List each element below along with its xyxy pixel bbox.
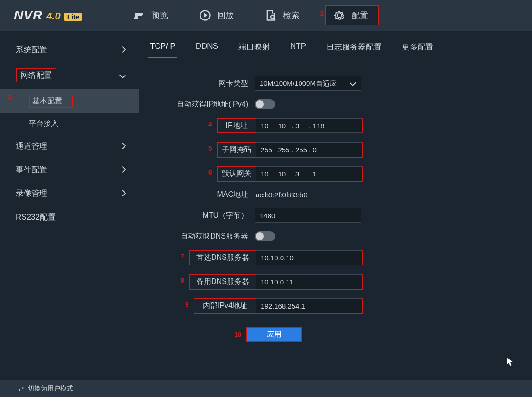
nav-search-label: 检索 (283, 10, 300, 21)
dns1-label: 首选DNS服务器 (190, 253, 256, 263)
tabs: TCP/IP DDNS 端口映射 NTP 日志服务器配置 更多配置 (148, 37, 518, 58)
nav-config[interactable]: 配置 1 (325, 5, 379, 25)
sidebar-item-event[interactable]: 事件配置 (0, 158, 139, 182)
sidebar-label-basic: 基本配置 (29, 95, 73, 108)
logo-brand: NVR (14, 8, 43, 23)
chevron-right-icon (120, 47, 126, 53)
row-mtu: MTU（字节） (148, 208, 518, 223)
tab-tcpip[interactable]: TCP/IP (148, 37, 177, 58)
playback-icon (199, 9, 212, 22)
footer: ⇄ 切换为用户模式 (0, 380, 532, 397)
row-mac: MAC地址 ac:b9:2f:0f:83:b0 (148, 190, 518, 200)
annotation-4: 4 (208, 120, 212, 128)
annotation-10: 10 (234, 331, 242, 338)
main-panel: TCP/IP DDNS 端口映射 NTP 日志服务器配置 更多配置 网卡类型 1… (139, 31, 532, 380)
row-dhcp: 自动获得IP地址(IPv4) (148, 99, 518, 109)
sidebar-sub-platform[interactable]: 平台接入 (0, 113, 139, 134)
dhcp-label: 自动获得IP地址(IPv4) (148, 100, 255, 109)
logo: NVR 4.0 Lite (14, 8, 82, 23)
sidebar-item-network[interactable]: 网络配置 2 (0, 62, 139, 89)
switch-mode-link[interactable]: 切换为用户模式 (28, 384, 73, 393)
sidebar-label-network: 网络配置 (16, 68, 56, 82)
gateway-label: 默认网关 (218, 169, 256, 179)
logo-edition: Lite (64, 13, 82, 21)
row-mask: 5 子网掩码 (148, 142, 518, 158)
nic-type-value: 10M/100M/1000M自适应 (260, 79, 337, 88)
row-apply: 10 应用 (234, 327, 518, 342)
row-nic-type: 网卡类型 10M/100M/1000M自适应 (148, 76, 518, 91)
ip-label: IP地址 (218, 121, 256, 131)
form: 网卡类型 10M/100M/1000M自适应 自动获得IP地址(IPv4) 4 … (148, 76, 518, 342)
apply-button[interactable]: 应用 (246, 327, 302, 342)
row-ip: 4 IP地址 (148, 118, 518, 133)
dns2-input[interactable] (256, 274, 362, 289)
chevron-right-icon (120, 144, 126, 149)
ip-input[interactable] (256, 118, 362, 133)
topbar: NVR 4.0 Lite 预览 回放 检索 配置 1 (0, 0, 532, 31)
nav-preview[interactable]: 预览 (128, 5, 173, 25)
mac-value: ac:b9:2f:0f:83:b0 (255, 191, 307, 199)
chevron-down-icon (120, 73, 126, 78)
sidebar-item-record[interactable]: 录像管理 (0, 182, 139, 205)
tab-more[interactable]: 更多配置 (400, 37, 435, 58)
sidebar-item-rs232[interactable]: RS232配置 (0, 205, 139, 229)
chevron-right-icon (120, 191, 126, 196)
annotation-9: 9 (185, 301, 189, 308)
annotation-7: 7 (181, 252, 184, 260)
nic-type-select[interactable]: 10M/100M/1000M自适应 (255, 76, 361, 91)
annotation-8: 8 (181, 277, 184, 284)
gear-icon (333, 9, 346, 22)
mouse-cursor-icon (507, 358, 513, 367)
internal-label: 内部IPv4地址 (194, 301, 256, 311)
nav-playback[interactable]: 回放 (194, 5, 238, 25)
sidebar-label-event: 事件配置 (16, 164, 47, 175)
swap-icon: ⇄ (19, 385, 24, 392)
mtu-input[interactable] (255, 208, 361, 223)
tab-logserver[interactable]: 日志服务器配置 (325, 37, 383, 58)
annotation-5: 5 (208, 145, 212, 152)
nic-type-label: 网卡类型 (148, 79, 255, 88)
dns1-input[interactable] (256, 250, 362, 265)
logo-version: 4.0 (46, 10, 61, 22)
mac-label: MAC地址 (148, 190, 255, 200)
nav-playback-label: 回放 (217, 10, 234, 21)
sidebar-label-channel: 通道管理 (16, 141, 47, 151)
mask-input[interactable] (256, 142, 362, 157)
nav-preview-label: 预览 (151, 10, 168, 21)
dns-auto-label: 自动获取DNS服务器 (148, 232, 255, 241)
tab-ntp[interactable]: NTP (288, 37, 308, 58)
sidebar-label-system: 系统配置 (16, 44, 47, 55)
sidebar-label-record: 录像管理 (16, 188, 47, 199)
row-dns-auto: 自动获取DNS服务器 (148, 231, 518, 241)
chevron-down-icon (350, 81, 356, 86)
chevron-right-icon (120, 167, 126, 173)
mask-label: 子网掩码 (218, 145, 256, 155)
gateway-input[interactable] (256, 166, 362, 181)
nav-config-label: 配置 (351, 10, 368, 21)
annotation-1: 1 (320, 10, 324, 17)
internal-input[interactable] (256, 298, 362, 313)
sidebar-label-rs232: RS232配置 (16, 212, 56, 222)
row-dns1: 7 首选DNS服务器 (148, 250, 518, 265)
camera-icon (133, 9, 146, 22)
sidebar-label-platform: 平台接入 (29, 119, 58, 129)
row-internal-ip: 9 内部IPv4地址 (148, 298, 518, 314)
tab-ddns[interactable]: DDNS (194, 37, 220, 58)
dhcp-toggle[interactable] (255, 99, 275, 109)
annotation-3: 3 (7, 94, 11, 101)
svg-point-1 (271, 15, 274, 19)
mtu-label: MTU（字节） (148, 211, 255, 221)
nav-search[interactable]: 检索 (260, 5, 304, 25)
tab-portmap[interactable]: 端口映射 (237, 37, 272, 58)
sidebar-sub-basic[interactable]: 基本配置 3 (0, 89, 139, 113)
row-gateway: 6 默认网关 (148, 166, 518, 182)
row-dns2: 8 备用DNS服务器 (148, 274, 518, 290)
annotation-6: 6 (208, 169, 212, 176)
sidebar: 系统配置 网络配置 2 基本配置 3 平台接入 通道管理 事件配置 录像管理 R… (0, 31, 139, 380)
search-doc-icon (264, 9, 277, 22)
sidebar-item-channel[interactable]: 通道管理 (0, 134, 139, 158)
dns-auto-toggle[interactable] (255, 231, 275, 241)
body: 系统配置 网络配置 2 基本配置 3 平台接入 通道管理 事件配置 录像管理 R… (0, 31, 532, 380)
nav-items: 预览 回放 检索 配置 1 (128, 5, 379, 25)
sidebar-item-system[interactable]: 系统配置 (0, 38, 139, 62)
